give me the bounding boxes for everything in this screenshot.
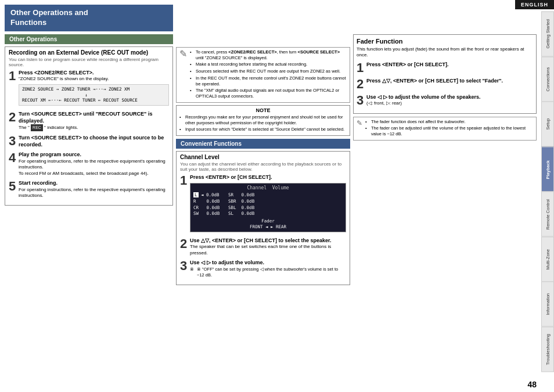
con-step-1-content: Press <ENTER> or [CH SELECT]. Channel Vo… (190, 174, 346, 234)
ch-sr: SR 0.0dB (228, 192, 260, 198)
con-step-2-bold: Use △▽, <ENTER> or [CH SELECT] to select… (190, 238, 332, 243)
right-column: Fader Function This function lets you ad… (353, 34, 537, 288)
middle-column: ✎ To cancel, press <ZONE2/REC SELECT>, t… (176, 34, 350, 288)
channel-level-desc: You can adjust the channel level either … (180, 161, 346, 172)
con-step-3-note: ※ "OFF" can be set by pressing ◁ when th… (190, 267, 346, 278)
left-step-2: 2 Turn <SOURCE SELECT> until "RECOUT SOU… (9, 111, 169, 131)
fader-step-num-2: 2 (357, 78, 365, 91)
fader-step-2-bold: Press △▽, <ENTER> or [CH SELECT] to sele… (366, 78, 503, 84)
channel-level-title: Channel Level (180, 154, 346, 160)
ch-sbr: SBR 0.0dB (228, 199, 260, 204)
fader-step-2-content: Press △▽, <ENTER> or [CH SELECT] to sele… (366, 78, 533, 85)
fader-step-3: 3 Use ◁ ▷ to adjust the volume of the sp… (357, 94, 533, 107)
step-1-normal: "ZONE2 SOURCE" is shown on the display. (19, 76, 109, 81)
step-3-content: Turn <SOURCE SELECT> to choose the input… (19, 135, 169, 148)
convenient-step-1: 1 Press <ENTER> or [CH SELECT]. Channel … (180, 174, 346, 234)
con-step-num-3: 3 (180, 260, 188, 272)
fader-step-2: 2 Press △▽, <ENTER> or [CH SELECT] to se… (357, 78, 533, 91)
step-5-normal: For operating instructions, refer to the… (19, 187, 166, 198)
fader-note-1: The fader function does not affect the s… (365, 119, 533, 125)
fader-row: FRONT ◄ ► REAR (193, 224, 343, 230)
note-header: NOTE (179, 107, 347, 113)
rec-indicator: REC (31, 124, 43, 131)
other-operations-header: Other Operations (5, 34, 173, 44)
ch-row-1: L ◄ 0.0dB SR 0.0dB (193, 192, 343, 198)
convenient-step-2: 2 Use △▽, <ENTER> or [CH SELECT] to sele… (180, 238, 346, 256)
sidebar-tab-information[interactable]: Information (541, 282, 554, 327)
step-4-extra: To record FM or AM broadcasts, select th… (19, 171, 149, 176)
rec-out-desc: You can listen to one program source whi… (9, 57, 169, 67)
fader-label: Fader (193, 218, 343, 224)
sidebar-tab-getting-started[interactable]: Getting Started (541, 12, 554, 57)
fader-pencil-notes: ✎ The fader function does not affect the… (353, 117, 537, 141)
note-list: Recordings you make are for your persona… (179, 114, 347, 132)
sidebar: Getting Started Connections Setup Playba… (541, 12, 554, 372)
step-4-content: Play the program source. For operating i… (19, 152, 169, 177)
ch-l: L ◄ 0.0dB (193, 192, 225, 198)
sidebar-tab-connections[interactable]: Connections (541, 57, 554, 102)
fader-note-2: The fader can be adjusted until the volu… (365, 125, 533, 137)
ch-sl: SL 0.0dB (228, 211, 260, 217)
ch-r: R 0.0dB (193, 199, 225, 204)
step-1-content: Press <ZONE2/REC SELECT>. "ZONE2 SOURCE"… (19, 70, 169, 107)
pencil-note-top: ✎ To cancel, press <ZONE2/REC SELECT>, t… (176, 47, 350, 103)
fader-step-1-bold: Press <ENTER> or [CH SELECT]. (366, 62, 449, 67)
rec-out-title: Recording on an External Device (REC OUT… (9, 49, 169, 56)
ch-row-4: SW 0.0dB SL 0.0dB (193, 211, 343, 217)
step-4-normal: For operating instructions, refer to the… (19, 159, 166, 170)
convenient-functions-header: Convenient Functions (176, 139, 350, 149)
step-num-3: 3 (9, 135, 17, 148)
channel-level-section: Channel Level You can adjust the channel… (176, 151, 350, 285)
fader-section: Fader FRONT ◄ ► REAR (193, 218, 343, 230)
step-2-content: Turn <SOURCE SELECT> until "RECOUT SOURC… (19, 111, 169, 131)
ch-cr: CR 0.0dB (193, 205, 225, 211)
fader-step-1-content: Press <ENTER> or [CH SELECT]. (366, 62, 533, 69)
ch-l-highlight: L (193, 192, 199, 197)
sidebar-tab-multi-zone[interactable]: Multi-Zone (541, 237, 554, 282)
step-3-bold: Turn <SOURCE SELECT> to choose the input… (19, 135, 164, 148)
fader-step-num-1: 1 (357, 62, 365, 74)
fader-function-box: Fader Function This function lets you ad… (353, 34, 537, 114)
fader-step-1: 1 Press <ENTER> or [CH SELECT]. (357, 62, 533, 74)
sidebar-tab-setup[interactable]: Setup (541, 102, 554, 147)
bullet-3: Sources selected with the REC OUT mode a… (190, 69, 347, 74)
left-step-1: 1 Press <ZONE2/REC SELECT>. "ZONE2 SOURC… (9, 70, 169, 107)
left-step-4: 4 Play the program source. For operating… (9, 152, 169, 177)
fader-pencil-list: The fader function does not affect the s… (365, 119, 533, 138)
bullet-5: The "XM" digital audio output signals ar… (190, 88, 347, 99)
con-step-1-bold: Press <ENTER> or [CH SELECT]. (190, 174, 272, 180)
bullet-2: Make a test recording before starting th… (190, 62, 347, 67)
con-step-num-1: 1 (180, 174, 188, 187)
top-bullet-list: To cancel, press <ZONE2/REC SELECT>, the… (190, 49, 347, 100)
con-step-3-note-item: ※ "OFF" can be set by pressing ◁ when th… (190, 267, 346, 278)
sidebar-tab-troubleshooting[interactable]: Troubleshooting (541, 327, 554, 372)
main-content: Other Operations and Functions Other Ope… (0, 0, 541, 392)
step-4-bold: Play the program source. (19, 152, 81, 157)
ch-sbl: SBL 0.0dB (228, 205, 260, 211)
fader-step-3-bold: Use ◁ ▷ to adjust the volume of the spea… (366, 94, 481, 100)
ch-row-2: R 0.0dB SBR 0.0dB (193, 199, 343, 204)
page-number: 48 (527, 380, 537, 389)
step-2-normal: The " REC " indicator lights. (19, 125, 78, 130)
left-step-3: 3 Turn <SOURCE SELECT> to choose the inp… (9, 135, 169, 148)
channel-table-title: Channel Volume (193, 185, 343, 191)
con-step-3-content: Use ◁ ▷ to adjust the volume. ※ "OFF" ca… (190, 260, 346, 279)
sidebar-tab-remote-control[interactable]: Remote Control (541, 192, 554, 237)
page-title-line2: Functions (10, 18, 46, 27)
rec-out-section: Recording on an External Device (REC OUT… (5, 46, 173, 206)
con-step-3-bold: Use ◁ ▷ to adjust the volume. (190, 260, 264, 265)
con-step-2-normal: The speaker that can be set switches eac… (190, 244, 331, 255)
page-title-line1: Other Operations and (10, 8, 88, 17)
step-5-bold: Start recording. (19, 180, 57, 186)
pencil-icon-top: ✎ (179, 49, 187, 59)
pencil-icon-fader: ✎ (357, 119, 362, 127)
step-1-bold: Press <ZONE2/REC SELECT>. (19, 70, 94, 75)
channel-table: Channel Volume L ◄ 0.0dB SR 0.0dB R 0.0d… (190, 183, 346, 232)
fader-desc: This function lets you adjust (fade) the… (357, 46, 533, 59)
step-2-bold: Turn <SOURCE SELECT> until "RECOUT SOURC… (19, 111, 152, 124)
left-column: Other Operations Recording on an Externa… (5, 34, 173, 288)
note-item-2: Input sources for which "Delete" is sele… (179, 127, 347, 132)
sidebar-tab-playback[interactable]: Playback (541, 147, 554, 192)
fader-step-3-content: Use ◁ ▷ to adjust the volume of the spea… (366, 94, 533, 107)
step-5-content: Start recording. For operating instructi… (19, 180, 169, 199)
